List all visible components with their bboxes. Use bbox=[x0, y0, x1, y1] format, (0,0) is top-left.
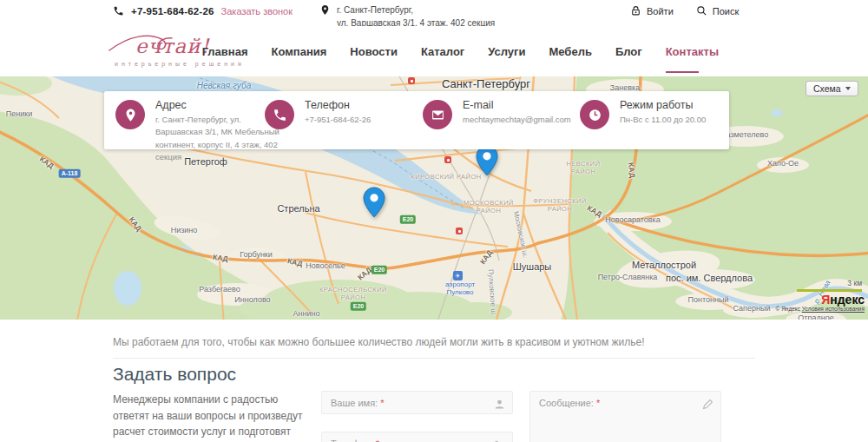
main-nav: ГлавнаяКомпанияНовостиКаталогУслугиМебел… bbox=[202, 45, 719, 58]
address-line-1: г. Санкт-Петербург, bbox=[337, 4, 495, 17]
callback-link[interactable]: Заказать звонок bbox=[221, 6, 293, 16]
map-place-label: Новосаратовка bbox=[605, 215, 660, 224]
page: +7-951-684-62-26 Заказать звонок г. Санк… bbox=[0, 0, 868, 442]
login-label: Войти bbox=[647, 6, 674, 16]
nav-item-2[interactable]: Компания bbox=[272, 45, 327, 58]
required-asterisk: * bbox=[376, 439, 379, 442]
search-icon bbox=[696, 5, 707, 16]
topbar-phone-number: +7-951-684-62-26 bbox=[131, 6, 214, 16]
logo-script-text: ечтай! bbox=[135, 35, 210, 57]
required-asterisk: * bbox=[596, 398, 600, 408]
airport-poi-icon: ✈ bbox=[453, 271, 463, 280]
map-scale-label: 3 км bbox=[847, 279, 862, 287]
person-icon bbox=[494, 398, 505, 409]
message-textarea[interactable]: Сообщение:* bbox=[529, 391, 721, 442]
map-place-label: пос. им. Свердлова bbox=[666, 273, 753, 283]
station-poi-icon bbox=[444, 156, 451, 163]
map-place-label: аэропорт Пулково bbox=[445, 280, 475, 296]
map-type-button[interactable]: Схема bbox=[806, 81, 858, 96]
map-place-label: КАД bbox=[627, 162, 637, 179]
map-place-label: КАД bbox=[478, 248, 494, 266]
card-item-title: Режим работы bbox=[620, 99, 750, 111]
card-item-text: +7-951-684-62-26 bbox=[305, 114, 435, 126]
map-place-label: Пеники bbox=[6, 109, 32, 118]
map-pin-2[interactable] bbox=[363, 187, 385, 218]
name-placeholder: Ваше имя: bbox=[331, 398, 378, 408]
nav-item-3[interactable]: Новости bbox=[350, 45, 398, 58]
logo-subtitle: интерьерные решения bbox=[115, 61, 245, 67]
map-place-label: Стрельна bbox=[277, 203, 319, 214]
search-button[interactable]: Поиск bbox=[696, 5, 739, 16]
card-item-text: Пн-Вс с 11.00 до 20.00 bbox=[620, 114, 750, 126]
nav-item-6[interactable]: Мебель bbox=[549, 45, 591, 58]
map-place-label: КИРОВСКИЙ РАЙОН bbox=[411, 173, 481, 181]
road-badge: E20 bbox=[372, 266, 387, 274]
station-poi-icon bbox=[456, 228, 463, 234]
chevron-down-icon bbox=[845, 87, 851, 90]
map-place-label: Шушары bbox=[513, 261, 552, 272]
location-pin-icon bbox=[319, 4, 331, 16]
map-place-label: Иннолово bbox=[234, 295, 270, 304]
map-place-label: Новоселье bbox=[306, 261, 345, 270]
map-place-label: ФРУНЗЕНСКИЙ РАЙОН bbox=[533, 197, 587, 213]
card-item-title: Телефон bbox=[305, 99, 435, 111]
phone-placeholder: Телефон: bbox=[331, 439, 373, 442]
pin-icon bbox=[115, 100, 145, 129]
map-place-label: КРАСНОСЕЛЬСКИЙ РАЙОН bbox=[319, 286, 387, 301]
name-input[interactable]: Ваше имя:* bbox=[321, 391, 513, 414]
map-place-label: КАД bbox=[213, 253, 229, 263]
map-canvas[interactable]: Санкт-ПетербургНевская губаПеникиПетерго… bbox=[0, 76, 868, 320]
nav-item-4[interactable]: Каталог bbox=[421, 45, 464, 58]
yandex-logo: Яндекс bbox=[821, 293, 865, 307]
map-place-label: Пулковское ш. bbox=[487, 269, 498, 316]
pencil-icon bbox=[702, 398, 713, 409]
map-place-label: КАД bbox=[586, 203, 603, 219]
road-badge: E20 bbox=[351, 302, 366, 311]
message-placeholder: Сообщение: bbox=[539, 398, 594, 408]
map-place-label: Низино bbox=[171, 226, 198, 234]
map-place-label: Металлострой bbox=[632, 260, 696, 270]
map-place-label: НЕВСКИЙ РАЙОН bbox=[566, 160, 600, 175]
required-asterisk: * bbox=[380, 398, 384, 408]
road-badge: E20 bbox=[400, 215, 416, 224]
ask-question-title: Задать вопрос bbox=[113, 364, 236, 385]
map-scale-bar bbox=[797, 289, 862, 292]
tagline-text: Мы работаем для того, чтобы как можно бо… bbox=[113, 336, 645, 348]
attribution-terms-link[interactable]: Условия использования bbox=[802, 306, 865, 312]
contact-card: Адресг. Санкт-Петербург, ул. Варшавская … bbox=[104, 91, 729, 149]
road-badge: А-118 bbox=[59, 169, 81, 178]
map-place-label: Московское ш. bbox=[512, 210, 529, 258]
header: ечтай! интерьерные решения ГлавнаяКомпан… bbox=[0, 26, 868, 76]
map-place-label: Понтонный bbox=[688, 295, 729, 304]
map-place-label: Хапо-Ое bbox=[767, 159, 799, 168]
map-pin-1[interactable] bbox=[476, 145, 498, 176]
map-place-label: Горбунки bbox=[240, 250, 273, 259]
map-place-label: КАД bbox=[286, 256, 303, 267]
phone-input[interactable]: Телефон:* bbox=[321, 432, 513, 442]
ask-question-description: Менеджеры компании с радостью ответят на… bbox=[113, 392, 316, 442]
map-place-label: Невская губа bbox=[197, 81, 252, 90]
phone-icon bbox=[113, 5, 124, 16]
login-button[interactable]: Войти bbox=[630, 5, 674, 16]
lock-icon bbox=[630, 5, 641, 16]
map-place-label: Аннино bbox=[293, 309, 320, 318]
station-poi-icon bbox=[408, 77, 415, 84]
topbar: +7-951-684-62-26 Заказать звонок г. Санк… bbox=[0, 0, 868, 26]
section-divider bbox=[113, 358, 755, 359]
nav-item-1[interactable]: Главная bbox=[202, 45, 248, 58]
map-place-label: Петро-Славянка bbox=[598, 273, 658, 281]
map-type-label: Схема bbox=[813, 83, 841, 94]
map-place-label: Саперный bbox=[733, 304, 771, 313]
search-label: Поиск bbox=[713, 6, 739, 16]
attribution-copyright: © Яндекс bbox=[776, 306, 800, 312]
nav-item-8[interactable]: Контакты bbox=[666, 45, 719, 58]
map-place-label: Отрадное bbox=[798, 313, 833, 320]
map-place-label: КАД bbox=[128, 215, 144, 233]
phone-icon bbox=[265, 100, 294, 129]
clock-icon bbox=[580, 100, 609, 129]
map-place-label: Разбегаево bbox=[199, 285, 240, 294]
nav-item-7[interactable]: Блог bbox=[615, 45, 642, 58]
mail-icon bbox=[423, 100, 452, 129]
map-place-label: КАД bbox=[38, 155, 56, 170]
nav-item-5[interactable]: Услуги bbox=[488, 45, 525, 58]
